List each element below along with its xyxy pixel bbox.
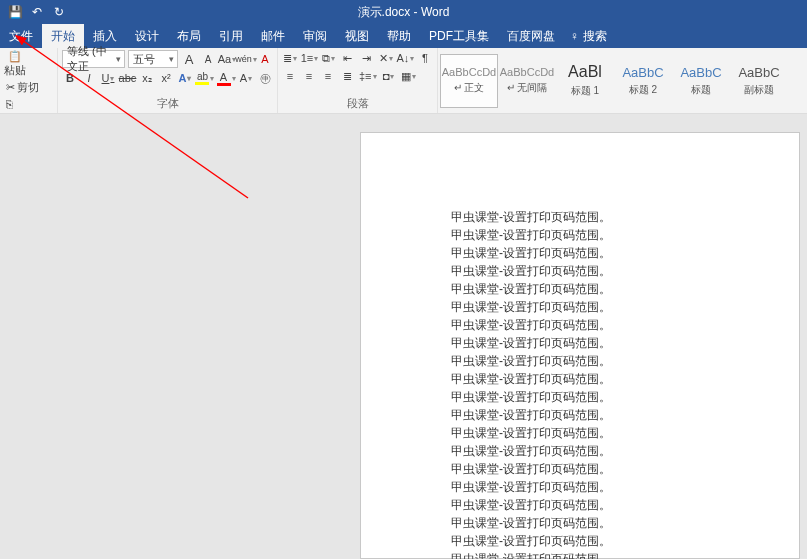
font-name-select[interactable]: 等线 (中文正	[62, 50, 125, 68]
redo-icon[interactable]: ↻	[50, 3, 68, 21]
line-spacing-button[interactable]: ‡≡	[358, 68, 378, 84]
align-right-button[interactable]: ≡	[320, 68, 336, 84]
style-box[interactable]: AaBbC副标题	[730, 54, 788, 108]
tab-view[interactable]: 视图	[336, 24, 378, 48]
clear-format-button[interactable]: A	[257, 51, 273, 67]
style-preview: AaBl	[568, 63, 602, 81]
decrease-indent-button[interactable]: ⇤	[340, 50, 356, 66]
tab-baidu-disk[interactable]: 百度网盘	[498, 24, 564, 48]
document-line: 甲虫课堂-设置打印页码范围。	[451, 370, 799, 388]
copy-button[interactable]: ⎘	[4, 97, 15, 111]
document-line: 甲虫课堂-设置打印页码范围。	[451, 262, 799, 280]
numbering-button[interactable]: 1≡	[301, 50, 318, 66]
document-line: 甲虫课堂-设置打印页码范围。	[451, 460, 799, 478]
ribbon: 📋 粘贴 ✂ 剪切 ⎘ 🖌 格式刷 剪贴板 等线 (中文正 五号 A A	[0, 48, 807, 114]
style-preview: AaBbC	[738, 65, 779, 80]
bullets-button[interactable]: ≣	[282, 50, 298, 66]
quick-access-toolbar: 💾 ↶ ↻	[0, 3, 68, 21]
style-box[interactable]: AaBl标题 1	[556, 54, 614, 108]
document-line: 甲虫课堂-设置打印页码范围。	[451, 388, 799, 406]
shrink-font-button[interactable]: A	[200, 51, 216, 67]
paste-icon: 📋	[8, 50, 22, 63]
document-line: 甲虫课堂-设置打印页码范围。	[451, 280, 799, 298]
document-line: 甲虫课堂-设置打印页码范围。	[451, 226, 799, 244]
shading-button[interactable]: ◘	[381, 68, 397, 84]
font-color-button[interactable]: A	[217, 70, 235, 86]
tab-pdf-tools[interactable]: PDF工具集	[420, 24, 498, 48]
tab-help[interactable]: 帮助	[378, 24, 420, 48]
tab-design[interactable]: 设计	[126, 24, 168, 48]
group-styles: AaBbCcDd↵ 正文AaBbCcDd↵ 无间隔AaBl标题 1AaBbC标题…	[438, 48, 807, 113]
strike-button[interactable]: abc	[119, 70, 136, 86]
style-box[interactable]: AaBbC标题	[672, 54, 730, 108]
search-icon: ♀	[570, 29, 579, 43]
window-title: 演示.docx - Word	[358, 4, 450, 21]
cut-label: 剪切	[17, 80, 39, 95]
document-line: 甲虫课堂-设置打印页码范围。	[451, 334, 799, 352]
copy-icon: ⎘	[6, 98, 13, 110]
group-font: 等线 (中文正 五号 A A Aa wén A B I U abc x₂ x² …	[58, 48, 278, 113]
save-icon[interactable]: 💾	[6, 3, 24, 21]
sort-button[interactable]: A↓	[397, 50, 414, 66]
show-marks-button[interactable]: ¶	[417, 50, 433, 66]
grow-font-button[interactable]: A	[181, 51, 197, 67]
style-name: 标题 1	[571, 84, 599, 98]
document-line: 甲虫课堂-设置打印页码范围。	[451, 316, 799, 334]
superscript-button[interactable]: x²	[158, 70, 174, 86]
tab-mailings[interactable]: 邮件	[252, 24, 294, 48]
highlight-swatch	[195, 82, 209, 85]
asian-layout-button[interactable]: ✕	[378, 50, 394, 66]
style-preview: AaBbC	[622, 65, 663, 80]
cut-button[interactable]: ✂ 剪切	[4, 79, 41, 96]
highlight-button[interactable]: ab	[196, 70, 214, 86]
tab-references[interactable]: 引用	[210, 24, 252, 48]
titlebar: 💾 ↶ ↻ 演示.docx - Word	[0, 0, 807, 24]
cut-icon: ✂	[6, 81, 15, 94]
document-line: 甲虫课堂-设置打印页码范围。	[451, 208, 799, 226]
style-box[interactable]: AaBbCcDd↵ 正文	[440, 54, 498, 108]
phonetic-guide-button[interactable]: wén	[238, 51, 254, 67]
enclose-char-button[interactable]: ㊥	[257, 70, 273, 86]
style-name: 标题 2	[629, 83, 657, 97]
font-size-select[interactable]: 五号	[128, 50, 178, 68]
text-effects-button[interactable]: A	[177, 70, 193, 86]
document-line: 甲虫课堂-设置打印页码范围。	[451, 406, 799, 424]
tab-review[interactable]: 审阅	[294, 24, 336, 48]
font-group-label: 字体	[62, 96, 273, 113]
phonetic-icon: wén	[235, 54, 252, 64]
document-line: 甲虫课堂-设置打印页码范围。	[451, 442, 799, 460]
borders-button[interactable]: ▦	[400, 68, 417, 84]
group-clipboard: 📋 粘贴 ✂ 剪切 ⎘ 🖌 格式刷 剪贴板	[0, 48, 58, 113]
increase-indent-button[interactable]: ⇥	[359, 50, 375, 66]
paste-button[interactable]: 📋 粘贴	[4, 50, 26, 78]
align-center-button[interactable]: ≡	[301, 68, 317, 84]
tab-file[interactable]: 文件	[0, 24, 42, 48]
align-justify-button[interactable]: ≣	[339, 68, 355, 84]
search-label: 搜索	[583, 28, 607, 45]
char-shading-button[interactable]: A	[238, 70, 254, 86]
paste-label: 粘贴	[4, 63, 26, 78]
align-left-button[interactable]: ≡	[282, 68, 298, 84]
style-name: ↵ 无间隔	[507, 81, 548, 95]
tab-layout[interactable]: 布局	[168, 24, 210, 48]
search-group[interactable]: ♀ 搜索	[564, 28, 607, 45]
style-preview: AaBbCcDd	[500, 66, 554, 78]
style-name: 标题	[691, 83, 711, 97]
document-line: 甲虫课堂-设置打印页码范围。	[451, 244, 799, 262]
undo-icon[interactable]: ↶	[28, 3, 46, 21]
document-area: 甲虫课堂-设置打印页码范围。甲虫课堂-设置打印页码范围。甲虫课堂-设置打印页码范…	[0, 114, 807, 559]
page[interactable]: 甲虫课堂-设置打印页码范围。甲虫课堂-设置打印页码范围。甲虫课堂-设置打印页码范…	[360, 132, 800, 559]
style-box[interactable]: AaBbCcDd↵ 无间隔	[498, 54, 556, 108]
document-line: 甲虫课堂-设置打印页码范围。	[451, 478, 799, 496]
change-case-button[interactable]: Aa	[219, 51, 235, 67]
subscript-button[interactable]: x₂	[139, 70, 155, 86]
style-name: ↵ 正文	[454, 81, 485, 95]
multilevel-button[interactable]: ⧉	[321, 50, 337, 66]
font-color-swatch	[217, 83, 231, 86]
document-line: 甲虫课堂-设置打印页码范围。	[451, 532, 799, 550]
style-box[interactable]: AaBbC标题 2	[614, 54, 672, 108]
styles-row: AaBbCcDd↵ 正文AaBbCcDd↵ 无间隔AaBl标题 1AaBbC标题…	[440, 54, 805, 108]
paragraph-group-label: 段落	[282, 96, 433, 113]
document-line: 甲虫课堂-设置打印页码范围。	[451, 352, 799, 370]
group-paragraph: ≣ 1≡ ⧉ ⇤ ⇥ ✕ A↓ ¶ ≡ ≡ ≡ ≣ ‡≡ ◘ ▦ 段落	[278, 48, 438, 113]
